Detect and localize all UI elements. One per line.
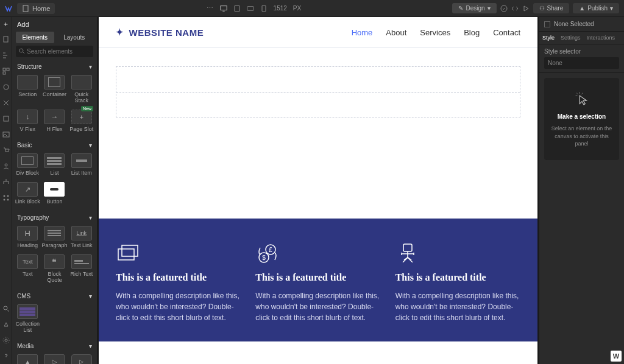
- search-elements-input[interactable]: [16, 46, 93, 57]
- element-button[interactable]: Button: [41, 180, 67, 207]
- svg-line-39: [581, 93, 583, 94]
- components-icon[interactable]: [2, 67, 10, 75]
- style-panel: None Selected Style Settings Interaction…: [539, 17, 624, 364]
- element-div-block[interactable]: Div Block: [15, 151, 40, 178]
- svg-rect-8: [3, 68, 5, 71]
- feature-column[interactable]: £$ This is a featured title With a compe…: [255, 243, 380, 323]
- element-list-item[interactable]: List Item: [69, 151, 94, 178]
- code-icon[interactable]: [511, 5, 519, 12]
- page-name: Home: [32, 5, 50, 12]
- search-icon[interactable]: [2, 304, 10, 313]
- canvas-area[interactable]: ✦ WEBSITE NAME Home About Services Blog …: [98, 17, 539, 364]
- element-youtube[interactable]: [69, 352, 94, 364]
- svg-point-14: [5, 164, 7, 166]
- site-name: WEBSITE NAME: [129, 27, 204, 38]
- cms-icon[interactable]: [2, 114, 10, 123]
- nav-blog[interactable]: Blog: [464, 28, 480, 37]
- tablet-device-icon[interactable]: [233, 5, 241, 12]
- element-block-quote[interactable]: Block Quote: [41, 252, 67, 285]
- webflow-logo-icon[interactable]: [5, 5, 12, 12]
- feature-column[interactable]: This is a featured title With a compelli…: [395, 243, 520, 323]
- element-text-link[interactable]: Text Link: [69, 223, 94, 251]
- chevron-down-icon: ▾: [610, 5, 613, 12]
- more-menu-icon[interactable]: ⋯: [207, 4, 214, 12]
- feature-desc[interactable]: With a compelling description like this,…: [255, 290, 380, 323]
- element-link-block[interactable]: Link Block: [15, 180, 40, 207]
- tab-interactions[interactable]: Interactions: [584, 32, 619, 44]
- users-icon[interactable]: [2, 162, 10, 170]
- svg-line-38: [576, 93, 578, 94]
- element-rich-text[interactable]: Rich Text: [69, 252, 94, 285]
- style-selector-input[interactable]: [544, 57, 619, 69]
- element-container[interactable]: Container: [41, 72, 67, 106]
- feature-title[interactable]: This is a featured title: [116, 272, 241, 283]
- svg-rect-25: [118, 249, 134, 260]
- page-tab[interactable]: Home: [17, 3, 55, 14]
- section-header-media[interactable]: Media ▾: [12, 339, 97, 352]
- element-hflex[interactable]: H Flex: [41, 107, 67, 135]
- svg-line-20: [7, 310, 9, 312]
- feature-section[interactable]: This is a featured title With a compelli…: [99, 219, 537, 341]
- site-header[interactable]: ✦ WEBSITE NAME Home About Services Blog …: [99, 17, 537, 48]
- chevron-down-icon: ▾: [89, 63, 92, 70]
- styles-icon[interactable]: [2, 99, 10, 107]
- empty-title: Make a selection: [558, 113, 606, 120]
- empty-grid-placeholder[interactable]: [116, 66, 520, 117]
- publish-button[interactable]: ▲ Publish ▾: [573, 3, 619, 13]
- feature-desc[interactable]: With a compelling description like this,…: [116, 290, 241, 323]
- feature-title[interactable]: This is a featured title: [255, 272, 380, 283]
- landscape-device-icon[interactable]: [247, 5, 254, 12]
- feature-desc[interactable]: With a compelling description like this,…: [395, 290, 520, 323]
- share-button[interactable]: ⚇ Share: [533, 3, 570, 13]
- tab-style[interactable]: Style: [539, 32, 558, 44]
- logic-icon[interactable]: [2, 178, 10, 186]
- element-quick-stack[interactable]: Quick Stack: [69, 72, 94, 106]
- mobile-device-icon[interactable]: [260, 5, 268, 12]
- webflow-badge[interactable]: W: [611, 351, 622, 362]
- nav-contact[interactable]: Contact: [493, 28, 520, 37]
- element-list[interactable]: List: [41, 151, 67, 178]
- section-header-cms[interactable]: CMS ▾: [12, 289, 97, 302]
- feature-title[interactable]: This is a featured title: [395, 272, 520, 283]
- add-icon[interactable]: ＋: [2, 19, 10, 28]
- check-icon[interactable]: [500, 5, 508, 12]
- site-logo[interactable]: ✦ WEBSITE NAME: [116, 27, 204, 38]
- element-video[interactable]: [41, 352, 67, 364]
- element-image[interactable]: [15, 352, 40, 364]
- feature-column[interactable]: This is a featured title With a compelli…: [116, 243, 241, 323]
- design-mode-button[interactable]: ✎ Design ▾: [452, 3, 496, 13]
- assets-icon[interactable]: [2, 130, 10, 139]
- canvas-body[interactable]: [99, 48, 537, 219]
- section-header-basic[interactable]: Basic ▾: [12, 138, 97, 151]
- audit-icon[interactable]: [2, 320, 10, 329]
- layers-icon: [116, 243, 140, 265]
- preview-icon[interactable]: [522, 5, 530, 12]
- viewport-width[interactable]: 1512: [274, 5, 287, 12]
- nav-services[interactable]: Services: [420, 28, 450, 37]
- desktop-device-icon[interactable]: [220, 5, 227, 12]
- element-heading[interactable]: Heading: [15, 223, 40, 251]
- element-page-slot[interactable]: NewPage Slot: [69, 107, 94, 135]
- section-header-structure[interactable]: Structure ▾: [12, 60, 97, 72]
- navigator-icon[interactable]: [2, 51, 10, 60]
- tab-settings[interactable]: Settings: [558, 32, 584, 44]
- apps-icon[interactable]: [2, 194, 10, 202]
- element-section[interactable]: Section: [15, 72, 40, 106]
- ecommerce-icon[interactable]: [2, 146, 10, 155]
- nav-about[interactable]: About: [386, 28, 406, 37]
- tab-layouts[interactable]: Layouts: [55, 32, 94, 43]
- element-paragraph[interactable]: Paragraph: [41, 223, 67, 251]
- tab-elements[interactable]: Elements: [16, 32, 54, 43]
- svg-point-19: [4, 306, 7, 310]
- canvas[interactable]: ✦ WEBSITE NAME Home About Services Blog …: [99, 17, 537, 364]
- variables-icon[interactable]: [2, 83, 10, 91]
- left-icon-rail: ＋: [0, 17, 12, 364]
- element-text[interactable]: Text: [15, 252, 40, 285]
- nav-home[interactable]: Home: [352, 28, 373, 37]
- pages-icon[interactable]: [2, 35, 10, 44]
- element-vflex[interactable]: V Flex: [15, 107, 40, 135]
- section-header-typography[interactable]: Typography ▾: [12, 211, 97, 223]
- help-icon[interactable]: [2, 352, 10, 360]
- element-collection-list[interactable]: Collection List: [15, 302, 40, 335]
- settings-icon[interactable]: [2, 336, 10, 345]
